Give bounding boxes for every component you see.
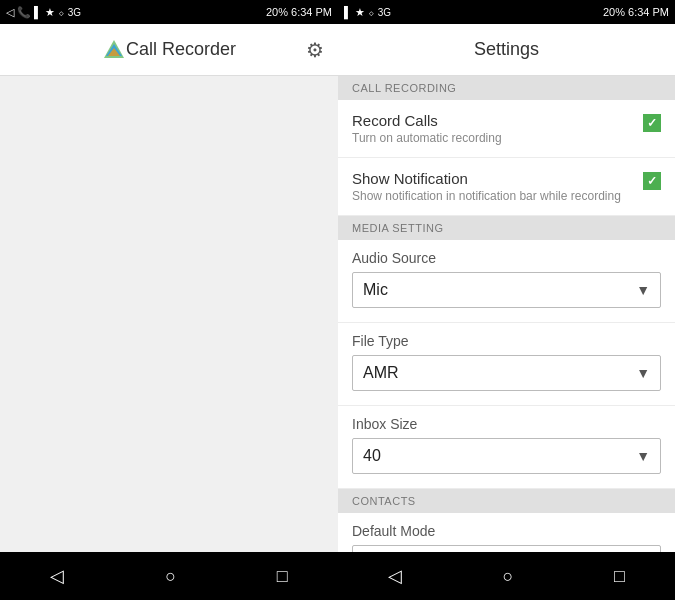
settings-content: CALL RECORDING Record Calls Turn on auto…: [338, 76, 675, 552]
right-home-button[interactable]: ○: [487, 558, 530, 595]
record-calls-label: Record Calls: [352, 112, 635, 129]
record-calls-row[interactable]: Record Calls Turn on automatic recording: [338, 100, 675, 158]
file-type-dropdown[interactable]: AMR ▼: [352, 355, 661, 391]
right-time: 6:34 PM: [628, 6, 669, 18]
left-status-right-icons: 20% 6:34 PM: [266, 6, 332, 18]
default-mode-label: Default Mode: [352, 523, 661, 539]
settings-app-bar: Settings: [338, 24, 675, 76]
home-button[interactable]: ○: [149, 558, 192, 595]
media-setting-header: MEDIA SETTING: [338, 216, 675, 240]
notification-icon: ⬦: [58, 6, 65, 18]
file-type-row: File Type AMR ▼: [338, 323, 675, 406]
3g-icon: 3G: [68, 7, 81, 18]
left-nav-bar: ◁ ○ □: [0, 552, 338, 600]
contacts-header: CONTACTS: [338, 489, 675, 513]
right-battery-text: 20%: [603, 6, 625, 18]
show-notification-text-group: Show Notification Show notification in n…: [352, 170, 635, 203]
record-calls-desc: Turn on automatic recording: [352, 131, 635, 145]
audio-source-label: Audio Source: [352, 250, 661, 266]
record-calls-text-group: Record Calls Turn on automatic recording: [352, 112, 635, 145]
audio-source-dropdown[interactable]: Mic ▼: [352, 272, 661, 308]
audio-source-arrow-icon: ▼: [636, 282, 650, 298]
right-panel: ▌ ★ ⬦ 3G 20% 6:34 PM Settings CALL RECOR…: [338, 0, 675, 600]
right-status-right-icons: 20% 6:34 PM: [603, 6, 669, 18]
default-mode-dropdown[interactable]: Record All... ▼: [352, 545, 661, 552]
right-status-left-icons: ▌ ★ ⬦ 3G: [344, 6, 391, 19]
left-status-bar: ◁ 📞 ▌ ★ ⬦ 3G 20% 6:34 PM: [0, 0, 338, 24]
back-arrow-icon: ◁: [6, 6, 14, 19]
right-nav-bar: ◁ ○ □: [338, 552, 675, 600]
left-panel: ◁ 📞 ▌ ★ ⬦ 3G 20% 6:34 PM Call Recorder ⚙…: [0, 0, 338, 600]
inbox-size-row: Inbox Size 40 ▼: [338, 406, 675, 489]
settings-gear-icon[interactable]: ⚙: [306, 38, 324, 62]
battery-text: 20%: [266, 6, 288, 18]
left-main-content: [0, 76, 338, 552]
right-recent-button[interactable]: □: [598, 558, 641, 595]
right-notif-icon: ⬦: [368, 6, 375, 18]
inbox-size-value: 40: [363, 447, 381, 465]
audio-source-row: Audio Source Mic ▼: [338, 240, 675, 323]
inbox-size-label: Inbox Size: [352, 416, 661, 432]
file-type-label: File Type: [352, 333, 661, 349]
right-3g-icon: 3G: [378, 7, 391, 18]
show-notification-row[interactable]: Show Notification Show notification in n…: [338, 158, 675, 216]
call-recording-header: CALL RECORDING: [338, 76, 675, 100]
signal-bar-icon: ▌: [34, 6, 42, 18]
file-type-arrow-icon: ▼: [636, 365, 650, 381]
file-type-value: AMR: [363, 364, 399, 382]
left-time: 6:34 PM: [291, 6, 332, 18]
left-app-bar: Call Recorder ⚙: [0, 24, 338, 76]
record-calls-checkbox[interactable]: [643, 114, 661, 132]
phone-icon: 📞: [17, 6, 31, 19]
default-mode-row: Default Mode Record All... ▼: [338, 513, 675, 552]
left-status-left-icons: ◁ 📞 ▌ ★ ⬦ 3G: [6, 6, 81, 19]
right-back-button[interactable]: ◁: [372, 557, 418, 595]
right-status-bar: ▌ ★ ⬦ 3G 20% 6:34 PM: [338, 0, 675, 24]
audio-source-value: Mic: [363, 281, 388, 299]
settings-title: Settings: [474, 39, 539, 60]
right-signal-icon: ▌: [344, 6, 352, 18]
app-title: Call Recorder: [126, 39, 236, 60]
show-notification-desc: Show notification in notification bar wh…: [352, 189, 635, 203]
wifi-icon: ★: [45, 6, 55, 19]
show-notification-label: Show Notification: [352, 170, 635, 187]
show-notification-checkbox[interactable]: [643, 172, 661, 190]
inbox-size-arrow-icon: ▼: [636, 448, 650, 464]
app-logo-icon: [102, 38, 126, 62]
right-wifi-icon: ★: [355, 6, 365, 19]
inbox-size-dropdown[interactable]: 40 ▼: [352, 438, 661, 474]
back-button[interactable]: ◁: [34, 557, 80, 595]
recent-button[interactable]: □: [261, 558, 304, 595]
